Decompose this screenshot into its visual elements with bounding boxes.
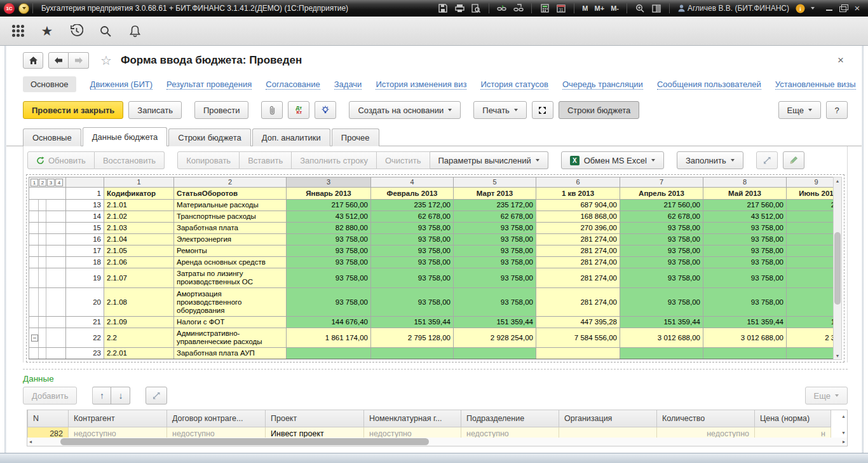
grid-cell-value[interactable]: 93 758,00 (454, 288, 536, 317)
add-row-button[interactable]: Добавить (23, 387, 77, 404)
edit-pencil-button[interactable] (783, 151, 804, 169)
grid-header-month-6[interactable]: Июнь 201 (787, 188, 834, 200)
favorites-star-icon[interactable]: ★ (39, 24, 55, 39)
write-button[interactable]: Записать (128, 101, 182, 119)
nav-link-6[interactable]: История статусов (480, 79, 548, 90)
grid-cell-value[interactable]: 447 395,28 (536, 317, 620, 328)
grid-cell-value[interactable]: 7 584 556,00 (536, 328, 620, 348)
grid-row-number[interactable]: 22 (66, 328, 104, 348)
grid-cell-value[interactable]: 1 861 174,00 (287, 328, 371, 348)
grid-cell-code[interactable]: 2.2 (104, 328, 174, 348)
save-icon[interactable] (436, 3, 450, 14)
excel-exchange-button[interactable]: XОбмен MS Excel (561, 151, 664, 169)
paste-button[interactable]: Вставить (240, 151, 292, 169)
grid-cell-item[interactable]: Ремонты (174, 245, 287, 257)
grid-row-number[interactable]: 15 (66, 223, 104, 234)
dt-kt-postings-button[interactable]: ДтКт (288, 101, 309, 119)
grid-cell-value[interactable]: 93 758,00 (454, 268, 536, 288)
grid-cell-value[interactable]: 235 172,00 (454, 200, 536, 211)
form-close-button[interactable]: × (834, 54, 848, 67)
grid-cell-value[interactable]: 93 758,00 (703, 245, 787, 257)
split-view-icon[interactable] (649, 3, 663, 14)
grid-cell-value[interactable]: 281 274,00 (536, 257, 620, 268)
grid-row-number[interactable]: 20 (66, 288, 104, 317)
more-button[interactable]: Еще (778, 101, 821, 119)
grid-cell-code[interactable]: 2.1.04 (104, 234, 174, 245)
grid-vertical-scrollbar[interactable]: ▲ ▼ (833, 177, 842, 360)
grid-cell-code[interactable]: 2.1.02 (104, 211, 174, 223)
grid-cell-value[interactable]: 82 (787, 223, 834, 234)
grid-column-number-2[interactable]: 2 (174, 177, 287, 188)
data-scroll-down-icon[interactable]: ▼ (841, 431, 846, 435)
autofit-data-columns-button[interactable] (146, 387, 167, 404)
clear-button[interactable]: Очистить (377, 151, 430, 169)
data-cell-8[interactable]: н (755, 427, 831, 438)
grid-cell-item[interactable]: Налоги с ФОТ (174, 317, 287, 328)
grid-cell-value[interactable]: 217 560,00 (703, 200, 787, 211)
grid-cell-value[interactable]: 82 880,00 (287, 223, 371, 234)
grid-cell-value[interactable]: 62 678,00 (620, 211, 703, 223)
grid-row-number[interactable]: 14 (66, 211, 104, 223)
print-preview-icon[interactable] (469, 3, 483, 14)
grid-cell-value[interactable]: 93 758,00 (371, 245, 454, 257)
grid-cell-value[interactable]: 144 (787, 317, 834, 328)
grid-row-number[interactable]: 13 (66, 200, 104, 211)
print-menu-button[interactable]: Печать (473, 101, 527, 119)
data-column-header-3[interactable]: Проект (266, 410, 364, 427)
menu-grid-icon[interactable] (10, 24, 25, 39)
grid-cell-value[interactable]: 93 758,00 (454, 234, 536, 245)
grid-cell-value[interactable]: 93 758,00 (371, 288, 454, 317)
history-icon[interactable] (69, 24, 84, 39)
create-based-on-button[interactable]: Создать на основании (349, 101, 461, 119)
back-button[interactable] (48, 52, 69, 69)
scroll-left-icon[interactable]: ◂ (29, 438, 32, 445)
grid-row-number[interactable]: 18 (66, 257, 104, 268)
memory-m-button[interactable]: M (580, 4, 590, 12)
current-user[interactable]: Агличев В.В. (БИТ.ФИНАНС) (678, 4, 789, 13)
group-level-button-1[interactable]: 1 (31, 179, 38, 186)
move-up-button[interactable]: ↑ (92, 387, 111, 404)
calendar-icon[interactable]: 31 (554, 3, 568, 14)
favorite-toggle-star-icon[interactable]: ☆ (100, 53, 112, 68)
tab-2[interactable]: Строки бюджета (168, 128, 250, 146)
grid-column-number-5[interactable]: 5 (454, 177, 536, 188)
grid-cell-value[interactable]: 93 758,00 (371, 234, 454, 245)
grid-cell-item[interactable]: Административно-управленческие расходы (174, 328, 287, 348)
hscrollbar-thumb[interactable] (60, 438, 430, 445)
grid-cell-code[interactable]: 2.1.09 (104, 317, 174, 328)
grid-cell-value[interactable]: 93 758,00 (454, 245, 536, 257)
grid-cell-value[interactable]: 43 (787, 211, 834, 223)
grid-cell-code[interactable]: 2.1.03 (104, 223, 174, 234)
copy-button[interactable]: Копировать (177, 151, 240, 169)
data-cell-1[interactable]: недоступно (69, 427, 167, 438)
grid-column-number-6[interactable]: 6 (536, 177, 620, 188)
grid-cell-value[interactable]: 93 (787, 268, 834, 288)
system-menu-button[interactable] (18, 3, 29, 14)
data-cell-6[interactable] (559, 427, 657, 438)
grid-header-item[interactable]: СтатьяОборотов (174, 188, 287, 200)
nav-link-2[interactable]: Результат проведения (166, 79, 252, 90)
grid-row-number[interactable]: 17 (66, 245, 104, 257)
grid-cell-value[interactable]: 281 274,00 (536, 268, 620, 288)
info-menu-button[interactable]: i (794, 3, 816, 14)
nav-link-3[interactable]: Согласование (266, 79, 320, 90)
grid-cell-code[interactable]: 2.1.05 (104, 245, 174, 257)
data-cell-4[interactable]: недоступно (364, 427, 461, 438)
grid-cell-item[interactable]: Заработная плата АУП (174, 348, 287, 359)
grid-cell-value[interactable]: 151 359,44 (620, 317, 703, 328)
grid-cell-value[interactable]: 93 758,00 (454, 223, 536, 234)
grid-cell-item[interactable]: Затраты по лизингу производственных ОС (174, 268, 287, 288)
scroll-down-icon[interactable]: ▼ (834, 354, 841, 358)
data-more-button[interactable]: Еще (805, 387, 848, 404)
grid-row-number[interactable]: 1 (66, 188, 104, 200)
grid-column-number-3[interactable]: 3 (287, 177, 371, 188)
data-cell-3[interactable]: Инвест проект (266, 427, 364, 438)
grid-header-month-0[interactable]: Январь 2013 (287, 188, 371, 200)
window-close-button[interactable]: × (853, 4, 862, 12)
nav-link-0[interactable]: Основное (23, 76, 76, 92)
refresh-button[interactable]: Обновить (27, 151, 95, 169)
memory-m-plus-button[interactable]: M+ (593, 4, 607, 12)
collapse-panels-button[interactable] (532, 101, 553, 119)
zoom-icon[interactable] (633, 3, 647, 14)
data-column-header-7[interactable]: Количество (657, 410, 755, 427)
